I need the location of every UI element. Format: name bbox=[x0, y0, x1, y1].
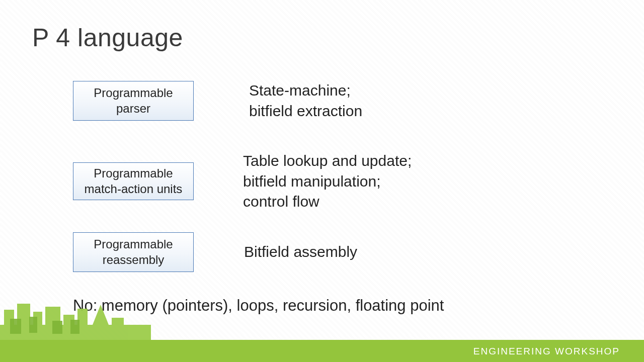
svg-rect-10 bbox=[29, 317, 37, 333]
footer-bar: ENGINEERING WORKSHOP bbox=[0, 340, 644, 362]
footnote: No: memory (pointers), loops, recursion,… bbox=[73, 297, 444, 315]
svg-rect-4 bbox=[45, 307, 60, 332]
desc-match-action: Table lookup and update; bitfield manipu… bbox=[243, 151, 412, 212]
slide: P 4 language Programmable parser State-m… bbox=[0, 0, 644, 362]
box-parser: Programmable parser bbox=[73, 81, 194, 121]
svg-rect-9 bbox=[10, 319, 21, 334]
box-reassembly: Programmable reassembly bbox=[73, 232, 194, 272]
desc-parser: State-machine; bitfield extraction bbox=[249, 80, 362, 121]
slide-title: P 4 language bbox=[32, 23, 183, 52]
box-match-action: Programmable match-action units bbox=[73, 162, 194, 200]
svg-rect-0 bbox=[0, 325, 151, 340]
svg-rect-12 bbox=[70, 320, 79, 334]
row-parser: Programmable parser State-machine; bitfi… bbox=[73, 80, 362, 121]
desc-reassembly: Bitfield assembly bbox=[244, 242, 357, 262]
svg-rect-3 bbox=[33, 312, 42, 332]
row-reassembly: Programmable reassembly Bitfield assembl… bbox=[73, 232, 357, 272]
svg-rect-8 bbox=[112, 318, 124, 333]
svg-rect-2 bbox=[17, 304, 30, 331]
svg-rect-11 bbox=[52, 321, 62, 334]
svg-rect-1 bbox=[4, 310, 14, 330]
row-match-action: Programmable match-action units Table lo… bbox=[73, 151, 412, 212]
svg-rect-5 bbox=[63, 315, 74, 332]
footer-text: ENGINEERING WORKSHOP bbox=[473, 346, 620, 357]
